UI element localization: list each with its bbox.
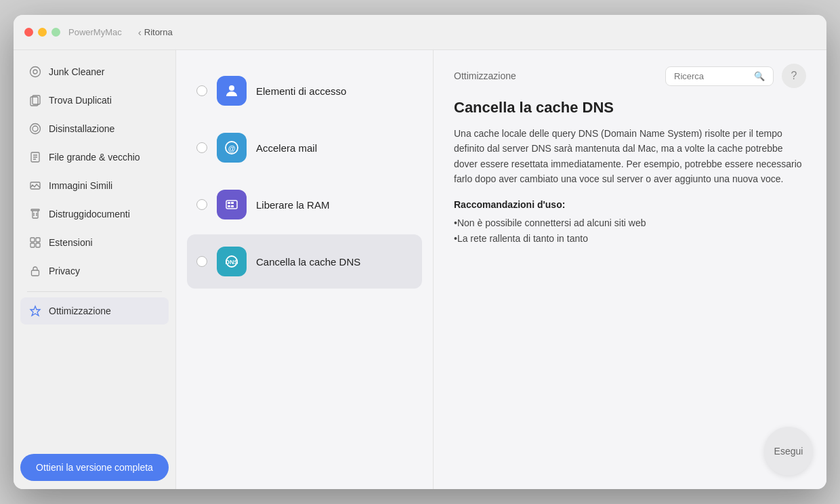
execute-label: Esegui: [774, 446, 803, 457]
svg-rect-15: [30, 243, 35, 247]
disinstallazione-icon: [28, 122, 42, 135]
tool-label-liberare-ram: Liberare la RAM: [256, 199, 329, 211]
sidebar-item-ottimizzazione[interactable]: Ottimizzazione: [20, 297, 169, 324]
svg-rect-14: [36, 238, 40, 242]
close-button[interactable]: [24, 28, 33, 37]
sidebar-divider: [27, 291, 162, 292]
svg-rect-16: [36, 243, 40, 247]
back-button[interactable]: ‹ Ritorna: [138, 26, 173, 38]
trova-duplicati-icon: [28, 93, 42, 107]
junk-cleaner-icon: [28, 65, 42, 79]
sidebar-item-estensioni[interactable]: Estensioni: [20, 229, 169, 256]
sidebar-item-disinstallazione[interactable]: Disinstallazione: [20, 115, 169, 142]
sidebar-label-estensioni: Estensioni: [49, 237, 93, 248]
tool-label-elementi-accesso: Elementi di accesso: [256, 85, 346, 97]
tool-item-elementi-accesso[interactable]: Elementi di accesso: [187, 64, 422, 118]
sidebar-item-immagini-simili[interactable]: Immagini Simili: [20, 172, 169, 199]
sidebar-bottom: Ottieni la versione completa: [20, 443, 169, 481]
radio-liberare-ram[interactable]: [196, 199, 207, 210]
execute-button[interactable]: Esegui: [764, 427, 813, 476]
svg-rect-23: [228, 202, 230, 204]
recommendation-item-1: •Non è possibile connettersi ad alcuni s…: [454, 215, 806, 232]
section-label: Ottimizzazione: [454, 70, 516, 81]
radio-elementi-accesso[interactable]: [196, 85, 207, 96]
svg-point-4: [33, 126, 38, 131]
svg-rect-10: [31, 209, 39, 211]
distruggidocumenti-icon: [28, 207, 42, 221]
accelera-mail-icon: @: [217, 133, 247, 163]
sidebar-label-immagini-simili: Immagini Simili: [49, 180, 112, 191]
privacy-icon: [28, 264, 42, 278]
file-grande-icon: [28, 150, 42, 164]
upgrade-button[interactable]: Ottieni la versione completa: [20, 454, 169, 481]
radio-cancella-dns[interactable]: [196, 256, 207, 267]
recommendations-title: Raccomandazioni d'uso:: [454, 199, 806, 210]
search-icon: 🔍: [754, 71, 765, 81]
svg-point-0: [30, 67, 41, 77]
sidebar-item-file-grande[interactable]: File grande & vecchio: [20, 144, 169, 171]
svg-rect-25: [228, 205, 230, 207]
titlebar: PowerMyMac ‹ Ritorna: [14, 15, 826, 50]
back-label: Ritorna: [144, 27, 173, 37]
cancella-dns-icon: DNS: [217, 247, 247, 276]
tool-item-accelera-mail[interactable]: @ Accelera mail: [187, 121, 422, 175]
svg-rect-26: [231, 205, 234, 207]
elementi-accesso-icon: [217, 76, 247, 106]
sidebar-label-trova-duplicati: Trova Duplicati: [49, 95, 112, 106]
sidebar-label-junk-cleaner: Junk Cleaner: [49, 66, 105, 77]
right-header: Ottimizzazione 🔍 ?: [454, 64, 806, 88]
svg-marker-18: [30, 306, 40, 316]
immagini-simili-icon: [28, 179, 42, 192]
search-input[interactable]: [674, 71, 750, 81]
tool-label-cancella-dns: Cancella la cache DNS: [256, 256, 360, 268]
fullscreen-button[interactable]: [51, 28, 60, 37]
sidebar-label-disinstallazione: Disinstallazione: [49, 123, 114, 134]
svg-text:DNS: DNS: [225, 259, 238, 266]
main-content: Junk Cleaner Trova Duplicati: [14, 50, 826, 489]
sidebar-item-junk-cleaner[interactable]: Junk Cleaner: [20, 58, 169, 85]
tool-item-liberare-ram[interactable]: Liberare la RAM: [187, 177, 422, 232]
sidebar-label-privacy: Privacy: [49, 266, 80, 276]
recommendation-item-2: •La rete rallenta di tanto in tanto: [454, 231, 806, 247]
sidebar-item-privacy[interactable]: Privacy: [20, 257, 169, 285]
svg-rect-13: [30, 238, 35, 242]
content-title: Cancella la cache DNS: [454, 99, 806, 117]
right-panel: Ottimizzazione 🔍 ? Cancella la cache DNS…: [434, 50, 826, 489]
sidebar: Junk Cleaner Trova Duplicati: [14, 50, 176, 489]
ottimizzazione-icon: [28, 304, 42, 318]
traffic-lights: [24, 28, 60, 37]
svg-point-19: [229, 85, 234, 91]
svg-rect-24: [231, 202, 234, 204]
liberare-ram-icon: [217, 190, 247, 219]
svg-rect-17: [32, 270, 39, 276]
tool-item-cancella-dns[interactable]: DNS Cancella la cache DNS: [187, 234, 422, 289]
radio-accelera-mail[interactable]: [196, 142, 207, 153]
search-box[interactable]: 🔍: [665, 66, 774, 86]
content-description: Una cache locale delle query DNS (Domain…: [454, 126, 806, 187]
middle-panel: Elementi di accesso @ Accelera mail: [176, 50, 434, 489]
sidebar-label-ottimizzazione: Ottimizzazione: [49, 306, 111, 316]
sidebar-label-distruggidocumenti: Distruggidocumenti: [49, 209, 130, 219]
back-arrow-icon: ‹: [138, 26, 142, 38]
estensioni-icon: [28, 236, 42, 249]
sidebar-item-trova-duplicati[interactable]: Trova Duplicati: [20, 87, 169, 114]
sidebar-item-distruggidocumenti[interactable]: Distruggidocumenti: [20, 201, 169, 228]
minimize-button[interactable]: [38, 28, 47, 37]
svg-rect-22: [226, 201, 237, 209]
tool-label-accelera-mail: Accelera mail: [256, 142, 317, 154]
svg-text:@: @: [228, 144, 236, 152]
sidebar-label-file-grande: File grande & vecchio: [49, 152, 140, 163]
svg-point-3: [30, 124, 41, 134]
app-name: PowerMyMac: [68, 27, 122, 37]
help-button[interactable]: ?: [782, 64, 806, 88]
